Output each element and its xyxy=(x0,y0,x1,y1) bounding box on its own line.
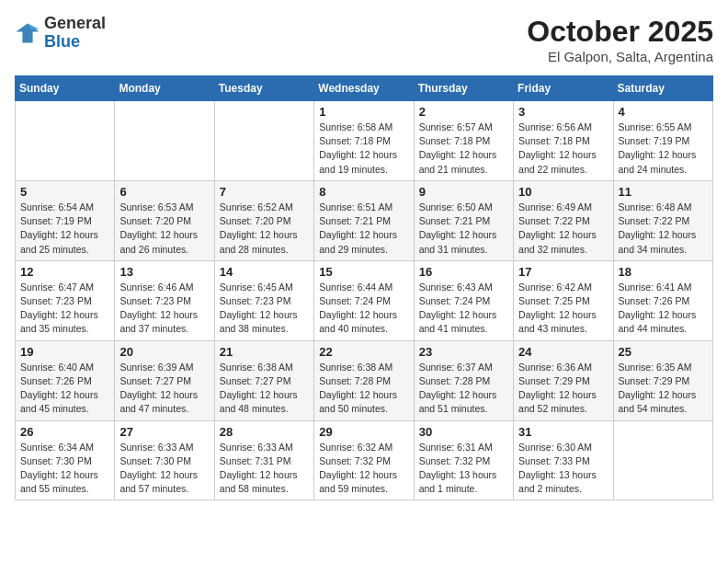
calendar-cell: 23Sunrise: 6:37 AMSunset: 7:28 PMDayligh… xyxy=(414,340,513,420)
day-info: Sunrise: 6:33 AMSunset: 7:31 PMDaylight:… xyxy=(220,441,309,497)
calendar-title: October 2025 xyxy=(527,15,713,49)
day-info: Sunrise: 6:39 AMSunset: 7:27 PMDaylight:… xyxy=(119,361,209,417)
calendar-subtitle: El Galpon, Salta, Argentina xyxy=(527,49,713,64)
day-number: 3 xyxy=(518,105,608,119)
day-info: Sunrise: 6:41 AMSunset: 7:26 PMDaylight:… xyxy=(619,281,708,337)
weekday-header-row: SundayMondayTuesdayWednesdayThursdayFrid… xyxy=(16,76,713,101)
calendar-cell: 29Sunrise: 6:32 AMSunset: 7:32 PMDayligh… xyxy=(314,420,414,500)
day-number: 23 xyxy=(419,345,508,359)
day-info: Sunrise: 6:33 AMSunset: 7:30 PMDaylight:… xyxy=(119,441,209,497)
calendar-week-1: 1Sunrise: 6:58 AMSunset: 7:18 PMDaylight… xyxy=(16,101,713,181)
page-header: General Blue October 2025 El Galpon, Sal… xyxy=(15,15,713,64)
day-number: 6 xyxy=(119,185,209,199)
day-number: 4 xyxy=(619,105,708,119)
day-number: 1 xyxy=(319,105,408,119)
day-info: Sunrise: 6:50 AMSunset: 7:21 PMDaylight:… xyxy=(419,201,508,257)
day-number: 18 xyxy=(619,265,708,279)
calendar-week-5: 26Sunrise: 6:34 AMSunset: 7:30 PMDayligh… xyxy=(16,420,713,500)
day-info: Sunrise: 6:43 AMSunset: 7:24 PMDaylight:… xyxy=(419,281,508,337)
day-number: 21 xyxy=(220,345,309,359)
day-info: Sunrise: 6:57 AMSunset: 7:18 PMDaylight:… xyxy=(419,121,508,177)
calendar-cell: 13Sunrise: 6:46 AMSunset: 7:23 PMDayligh… xyxy=(115,260,214,340)
day-number: 2 xyxy=(419,105,508,119)
title-block: October 2025 El Galpon, Salta, Argentina xyxy=(527,15,713,64)
day-number: 20 xyxy=(119,345,209,359)
day-number: 12 xyxy=(20,265,109,279)
day-number: 10 xyxy=(518,185,608,199)
day-info: Sunrise: 6:38 AMSunset: 7:28 PMDaylight:… xyxy=(319,361,408,417)
day-info: Sunrise: 6:47 AMSunset: 7:23 PMDaylight:… xyxy=(20,281,109,337)
calendar-cell: 2Sunrise: 6:57 AMSunset: 7:18 PMDaylight… xyxy=(414,101,513,181)
weekday-header-thursday: Thursday xyxy=(414,76,513,101)
logo-text: General Blue xyxy=(44,15,106,52)
day-info: Sunrise: 6:54 AMSunset: 7:19 PMDaylight:… xyxy=(20,201,109,257)
day-number: 31 xyxy=(518,425,608,439)
day-info: Sunrise: 6:51 AMSunset: 7:21 PMDaylight:… xyxy=(319,201,408,257)
calendar-cell: 1Sunrise: 6:58 AMSunset: 7:18 PMDaylight… xyxy=(314,101,414,181)
calendar-cell: 5Sunrise: 6:54 AMSunset: 7:19 PMDaylight… xyxy=(16,180,115,260)
calendar-cell: 26Sunrise: 6:34 AMSunset: 7:30 PMDayligh… xyxy=(16,420,115,500)
day-info: Sunrise: 6:38 AMSunset: 7:27 PMDaylight:… xyxy=(220,361,309,417)
day-info: Sunrise: 6:40 AMSunset: 7:26 PMDaylight:… xyxy=(20,361,109,417)
day-info: Sunrise: 6:55 AMSunset: 7:19 PMDaylight:… xyxy=(619,121,708,177)
day-number: 25 xyxy=(619,345,708,359)
calendar-cell xyxy=(115,101,214,181)
calendar-cell: 10Sunrise: 6:49 AMSunset: 7:22 PMDayligh… xyxy=(514,180,613,260)
calendar-cell: 15Sunrise: 6:44 AMSunset: 7:24 PMDayligh… xyxy=(314,260,414,340)
weekday-header-saturday: Saturday xyxy=(613,76,712,101)
day-info: Sunrise: 6:34 AMSunset: 7:30 PMDaylight:… xyxy=(20,441,109,497)
calendar-cell: 7Sunrise: 6:52 AMSunset: 7:20 PMDaylight… xyxy=(214,180,313,260)
weekday-header-monday: Monday xyxy=(115,76,214,101)
day-number: 9 xyxy=(419,185,508,199)
day-info: Sunrise: 6:42 AMSunset: 7:25 PMDaylight:… xyxy=(518,281,608,337)
calendar-cell: 4Sunrise: 6:55 AMSunset: 7:19 PMDaylight… xyxy=(613,101,712,181)
logo: General Blue xyxy=(15,15,106,52)
calendar-cell: 22Sunrise: 6:38 AMSunset: 7:28 PMDayligh… xyxy=(314,340,414,420)
calendar-cell: 31Sunrise: 6:30 AMSunset: 7:33 PMDayligh… xyxy=(514,420,613,500)
calendar-cell: 12Sunrise: 6:47 AMSunset: 7:23 PMDayligh… xyxy=(16,260,115,340)
weekday-header-sunday: Sunday xyxy=(16,76,115,101)
calendar-cell xyxy=(613,420,712,500)
day-number: 13 xyxy=(119,265,209,279)
calendar-cell xyxy=(16,101,115,181)
day-info: Sunrise: 6:49 AMSunset: 7:22 PMDaylight:… xyxy=(518,201,608,257)
day-info: Sunrise: 6:52 AMSunset: 7:20 PMDaylight:… xyxy=(220,201,309,257)
calendar-cell: 21Sunrise: 6:38 AMSunset: 7:27 PMDayligh… xyxy=(214,340,313,420)
svg-marker-0 xyxy=(16,23,39,42)
day-number: 16 xyxy=(419,265,508,279)
calendar-cell: 20Sunrise: 6:39 AMSunset: 7:27 PMDayligh… xyxy=(115,340,214,420)
calendar-cell: 14Sunrise: 6:45 AMSunset: 7:23 PMDayligh… xyxy=(214,260,313,340)
calendar-cell: 18Sunrise: 6:41 AMSunset: 7:26 PMDayligh… xyxy=(613,260,712,340)
calendar-cell: 11Sunrise: 6:48 AMSunset: 7:22 PMDayligh… xyxy=(613,180,712,260)
day-info: Sunrise: 6:37 AMSunset: 7:28 PMDaylight:… xyxy=(419,361,508,417)
weekday-header-friday: Friday xyxy=(514,76,613,101)
weekday-header-tuesday: Tuesday xyxy=(214,76,313,101)
calendar-table: SundayMondayTuesdayWednesdayThursdayFrid… xyxy=(15,75,713,500)
calendar-cell xyxy=(214,101,313,181)
day-number: 27 xyxy=(119,425,209,439)
day-number: 24 xyxy=(518,345,608,359)
day-number: 17 xyxy=(518,265,608,279)
calendar-cell: 30Sunrise: 6:31 AMSunset: 7:32 PMDayligh… xyxy=(414,420,513,500)
day-number: 26 xyxy=(20,425,109,439)
day-number: 15 xyxy=(319,265,408,279)
calendar-cell: 28Sunrise: 6:33 AMSunset: 7:31 PMDayligh… xyxy=(214,420,313,500)
day-info: Sunrise: 6:56 AMSunset: 7:18 PMDaylight:… xyxy=(518,121,608,177)
day-info: Sunrise: 6:58 AMSunset: 7:18 PMDaylight:… xyxy=(319,121,408,177)
day-info: Sunrise: 6:31 AMSunset: 7:32 PMDaylight:… xyxy=(419,441,508,497)
calendar-cell: 25Sunrise: 6:35 AMSunset: 7:29 PMDayligh… xyxy=(613,340,712,420)
day-info: Sunrise: 6:45 AMSunset: 7:23 PMDaylight:… xyxy=(220,281,309,337)
day-number: 14 xyxy=(220,265,309,279)
day-info: Sunrise: 6:32 AMSunset: 7:32 PMDaylight:… xyxy=(319,441,408,497)
day-number: 22 xyxy=(319,345,408,359)
day-number: 28 xyxy=(220,425,309,439)
day-info: Sunrise: 6:30 AMSunset: 7:33 PMDaylight:… xyxy=(518,441,608,497)
calendar-week-3: 12Sunrise: 6:47 AMSunset: 7:23 PMDayligh… xyxy=(16,260,713,340)
calendar-week-4: 19Sunrise: 6:40 AMSunset: 7:26 PMDayligh… xyxy=(16,340,713,420)
day-info: Sunrise: 6:44 AMSunset: 7:24 PMDaylight:… xyxy=(319,281,408,337)
day-info: Sunrise: 6:53 AMSunset: 7:20 PMDaylight:… xyxy=(119,201,209,257)
calendar-cell: 8Sunrise: 6:51 AMSunset: 7:21 PMDaylight… xyxy=(314,180,414,260)
calendar-week-2: 5Sunrise: 6:54 AMSunset: 7:19 PMDaylight… xyxy=(16,180,713,260)
day-info: Sunrise: 6:48 AMSunset: 7:22 PMDaylight:… xyxy=(619,201,708,257)
day-number: 7 xyxy=(220,185,309,199)
